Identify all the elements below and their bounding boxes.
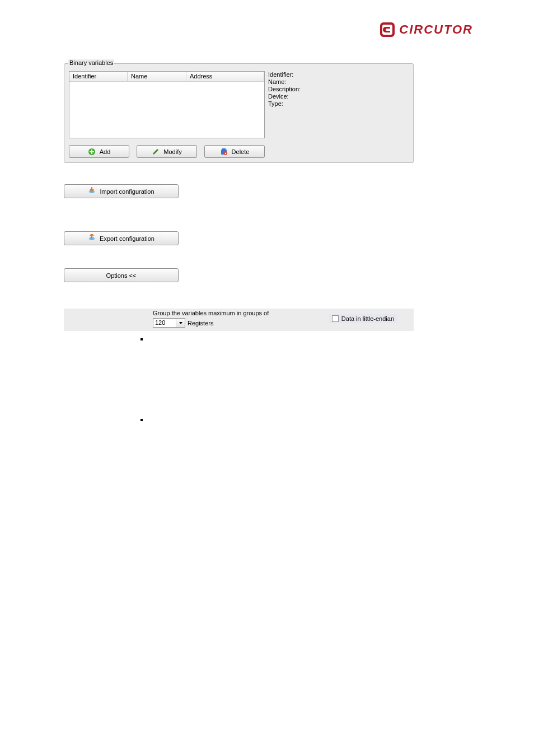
group-variables-label: Group the variables maximum in groups of <box>153 310 269 316</box>
binary-variables-group: Binary variables Identifier Name Address… <box>64 63 414 163</box>
options-toggle-button[interactable]: Options << <box>64 268 179 282</box>
delete-button-label: Delete <box>232 148 250 155</box>
detail-name-label: Name: <box>268 78 408 86</box>
import-icon <box>88 187 96 196</box>
binary-variables-legend: Binary variables <box>68 59 114 66</box>
table-header-row: Identifier Name Address <box>69 72 264 82</box>
svg-rect-4 <box>90 151 94 152</box>
brand-logo-text: CIRCUTOR <box>399 22 473 37</box>
detail-description-label: Description: <box>268 86 408 93</box>
little-endian-checkbox[interactable] <box>332 315 339 322</box>
add-icon <box>88 148 96 156</box>
little-endian-label: Data in little-endian <box>341 315 394 322</box>
modify-button-label: Modify <box>163 148 181 155</box>
delete-button[interactable]: Delete <box>204 145 265 158</box>
little-endian-option[interactable]: Data in little-endian <box>329 314 397 323</box>
detail-type-label: Type: <box>268 100 408 108</box>
export-configuration-button[interactable]: Export configuration <box>64 231 179 245</box>
options-toggle-label: Options << <box>106 272 137 279</box>
delete-icon <box>220 148 228 156</box>
add-button[interactable]: Add <box>69 145 129 158</box>
bullet-icon <box>140 338 143 340</box>
registers-select-value: 120 <box>153 319 176 327</box>
column-header-address[interactable]: Address <box>186 72 264 81</box>
export-configuration-label: Export configuration <box>100 235 154 242</box>
modify-button[interactable]: Modify <box>137 145 197 158</box>
detail-device-label: Device: <box>268 93 408 100</box>
chevron-down-icon <box>176 319 185 327</box>
table-action-row: Add Modify Delete <box>69 145 265 158</box>
import-configuration-button[interactable]: Import configuration <box>64 184 179 198</box>
variables-table[interactable]: Identifier Name Address <box>69 71 265 138</box>
svg-rect-6 <box>222 148 226 150</box>
brand-logo: CIRCUTOR <box>379 21 473 38</box>
registers-label: Registers <box>188 320 213 326</box>
column-header-identifier[interactable]: Identifier <box>69 72 128 81</box>
pencil-icon <box>152 148 160 156</box>
options-panel: Group the variables maximum in groups of… <box>64 309 414 331</box>
export-icon <box>88 234 96 243</box>
brand-logo-icon <box>379 21 396 38</box>
detail-identifier-label: Identifier: <box>268 71 408 78</box>
registers-select[interactable]: 120 <box>153 318 185 328</box>
column-header-name[interactable]: Name <box>128 72 186 81</box>
add-button-label: Add <box>100 148 111 155</box>
bullet-icon <box>140 419 143 421</box>
variable-details-panel: Identifier: Name: Description: Device: T… <box>268 71 408 108</box>
import-configuration-label: Import configuration <box>100 188 154 195</box>
